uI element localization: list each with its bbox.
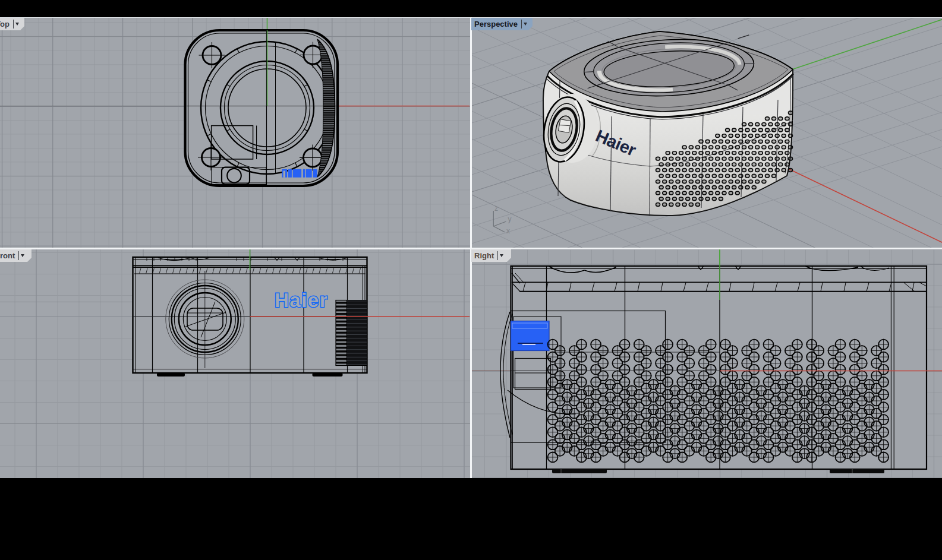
svg-text:Haier: Haier	[275, 289, 328, 311]
svg-text:x: x	[506, 227, 510, 235]
svg-text:y: y	[508, 215, 511, 223]
svg-text:z: z	[494, 204, 498, 213]
